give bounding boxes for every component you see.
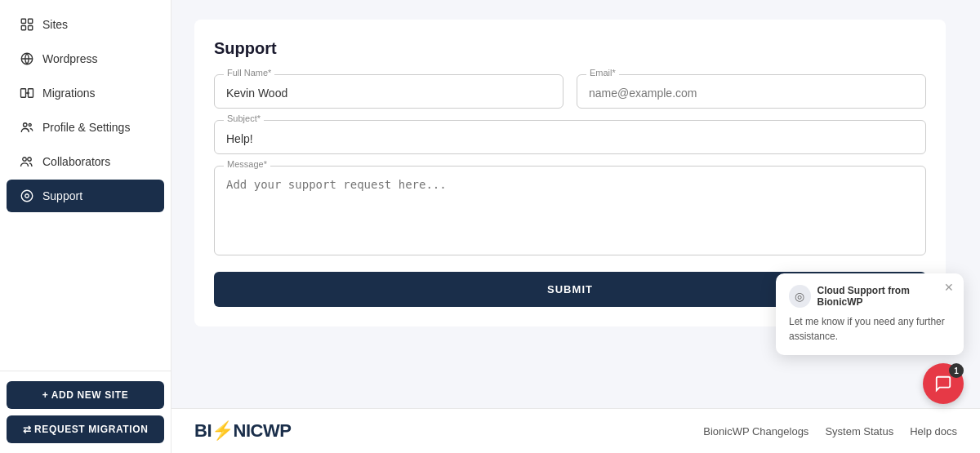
email-label: Email*: [586, 68, 619, 78]
email-input[interactable]: [577, 74, 926, 109]
chat-popup: ✕ ◎ Cloud Support from BionicWP Let me k…: [776, 273, 964, 355]
chat-popup-title: Cloud Support from BionicWP: [817, 285, 951, 308]
sidebar-footer: + ADD NEW SITE ⇄ REQUEST MIGRATION: [0, 371, 171, 453]
full-name-input[interactable]: [214, 74, 564, 109]
footer-links: BionicWP Changelogs System Status Help d…: [703, 425, 957, 437]
chat-icon: [934, 375, 952, 393]
sidebar-item-profile-settings[interactable]: Profile & Settings: [7, 111, 164, 144]
sidebar-item-profile-label: Profile & Settings: [42, 121, 130, 134]
svg-rect-2: [21, 26, 25, 30]
sidebar-item-sites-label: Sites: [42, 18, 68, 31]
svg-point-9: [23, 158, 27, 162]
svg-rect-0: [21, 19, 25, 23]
collaborators-icon: [20, 154, 34, 169]
support-icon: [20, 189, 34, 203]
svg-point-12: [25, 194, 29, 198]
migrations-icon: [20, 86, 34, 100]
sidebar-item-wordpress-label: Wordpress: [42, 52, 97, 65]
svg-point-7: [24, 123, 28, 127]
message-group: Message*: [214, 166, 926, 255]
full-name-group: Full Name*: [214, 74, 564, 109]
footer-link-status[interactable]: System Status: [825, 425, 893, 437]
add-new-site-button[interactable]: + ADD NEW SITE: [7, 381, 164, 409]
message-row: Message*: [214, 166, 926, 255]
sidebar-item-support[interactable]: Support: [7, 180, 164, 212]
subject-row: Subject*: [214, 120, 926, 154]
sidebar-item-wordpress[interactable]: Wordpress: [7, 42, 164, 75]
chat-popup-header: ◎ Cloud Support from BionicWP: [789, 285, 951, 308]
wordpress-icon: [20, 51, 34, 66]
chat-popup-close-button[interactable]: ✕: [944, 282, 954, 293]
chat-badge: 1: [949, 363, 964, 378]
svg-rect-3: [29, 26, 33, 30]
sidebar-item-collaborators-label: Collaborators: [42, 155, 110, 168]
svg-point-10: [28, 158, 32, 162]
svg-rect-1: [29, 19, 33, 23]
sidebar-item-migrations[interactable]: Migrations: [7, 77, 164, 109]
subject-input[interactable]: [214, 120, 926, 154]
subject-group: Subject*: [214, 120, 926, 154]
footer-link-changelogs[interactable]: BionicWP Changelogs: [703, 425, 808, 437]
chat-widget: ✕ ◎ Cloud Support from BionicWP Let me k…: [776, 273, 964, 404]
email-group: Email*: [577, 74, 926, 109]
svg-point-11: [21, 190, 33, 202]
footer-link-helpdocs[interactable]: Help docs: [910, 425, 957, 437]
chat-open-button[interactable]: 1: [923, 363, 964, 404]
sidebar-item-collaborators[interactable]: Collaborators: [7, 145, 164, 178]
sidebar-item-support-label: Support: [42, 189, 82, 202]
main-footer: BI⚡NICWP BionicWP Changelogs System Stat…: [172, 408, 980, 453]
sidebar-item-migrations-label: Migrations: [42, 87, 96, 100]
logo-icon: ⚡: [212, 420, 234, 441]
layout-icon: [20, 17, 34, 32]
message-label: Message*: [224, 159, 270, 169]
svg-rect-5: [21, 89, 26, 98]
request-migration-button[interactable]: ⇄ REQUEST MIGRATION: [7, 415, 164, 443]
profile-icon: [20, 120, 34, 135]
full-name-label: Full Name*: [224, 68, 274, 78]
name-email-row: Full Name* Email*: [214, 74, 926, 109]
logo: BI⚡NICWP: [194, 420, 291, 442]
subject-label: Subject*: [224, 113, 264, 123]
support-title: Support: [214, 39, 926, 58]
message-input[interactable]: [214, 166, 926, 255]
chat-avatar: ◎: [789, 285, 811, 308]
svg-point-8: [29, 124, 31, 127]
logo-text: BI: [194, 420, 212, 441]
sidebar: Sites Wordpress Migrations: [0, 0, 172, 453]
chat-popup-message: Let me know if you need any further assi…: [789, 314, 951, 344]
sidebar-nav: Sites Wordpress Migrations: [0, 0, 171, 371]
sidebar-item-sites[interactable]: Sites: [7, 8, 164, 41]
